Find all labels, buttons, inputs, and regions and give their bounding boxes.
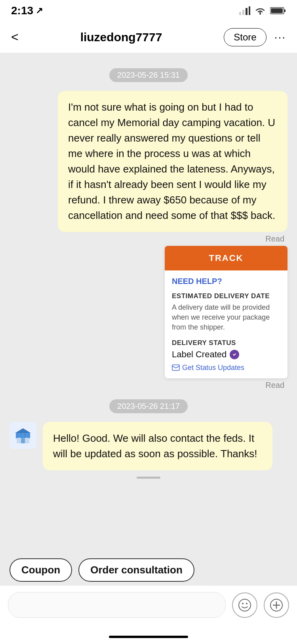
svg-rect-0 [239, 12, 241, 15]
estimated-delivery-label: ESTIMATED DELIVERY DATE [172, 292, 280, 300]
svg-rect-13 [26, 433, 28, 439]
input-bar [0, 586, 297, 630]
status-icons [239, 6, 286, 15]
svg-point-4 [259, 13, 261, 15]
get-status-row[interactable]: Get Status Updates [172, 364, 280, 372]
status-bar: 2:13 ↗ [0, 0, 297, 21]
store-icon [13, 426, 32, 445]
location-icon: ↗ [36, 6, 43, 16]
nav-right: Store ··· [224, 28, 286, 46]
store-message-row: Hello! Good. We will also contact the fe… [0, 422, 297, 470]
label-created-text: Label Created [172, 349, 227, 360]
track-button[interactable]: TRACK [165, 246, 287, 270]
scroll-indicator [137, 477, 160, 479]
back-button[interactable]: < [11, 30, 19, 44]
battery-icon [270, 6, 286, 15]
plus-icon [270, 598, 283, 612]
user-message-row: I'm not sure what is going on but I had … [0, 91, 297, 243]
svg-rect-1 [242, 10, 244, 15]
svg-rect-15 [21, 438, 25, 443]
nav-bar: < liuzedong7777 Store ··· [0, 21, 297, 53]
time-display: 2:13 [11, 4, 33, 17]
wifi-icon [254, 6, 266, 15]
tracking-card: TRACK NEED HELP? ESTIMATED DELIVERY DATE… [165, 246, 287, 378]
tracking-card-row: TRACK NEED HELP? ESTIMATED DELIVERY DATE… [0, 246, 297, 390]
status-time: 2:13 ↗ [11, 4, 43, 17]
home-bar [109, 636, 188, 638]
coupon-button[interactable]: Coupon [10, 558, 72, 582]
emoji-icon [238, 598, 251, 612]
track-body: NEED HELP? ESTIMATED DELIVERY DATE A del… [165, 270, 287, 378]
signal-icon [239, 6, 250, 15]
read-label-2: Read [265, 381, 284, 390]
chat-area: 2023-05-26 15:31 I'm not sure what is go… [0, 53, 297, 552]
quick-reply-area: Coupon Order consultation [0, 552, 297, 586]
get-status-updates-link[interactable]: Get Status Updates [182, 364, 244, 372]
checkmark-icon [232, 352, 237, 357]
timestamp-1: 2023-05-26 15:31 [109, 68, 188, 82]
store-button[interactable]: Store [224, 28, 266, 46]
order-consultation-button[interactable]: Order consultation [78, 558, 194, 582]
svg-rect-7 [271, 8, 283, 13]
add-button[interactable] [264, 592, 289, 618]
svg-point-18 [242, 603, 244, 604]
svg-rect-2 [246, 8, 248, 15]
more-button[interactable]: ··· [274, 31, 286, 44]
page-title: liuzedong7777 [80, 31, 162, 44]
delivery-status-row: Label Created [172, 349, 280, 360]
store-avatar [10, 422, 36, 449]
home-indicator [0, 630, 297, 644]
svg-rect-9 [172, 365, 179, 370]
email-icon [172, 364, 180, 371]
svg-point-19 [246, 603, 248, 604]
svg-marker-16 [15, 428, 31, 433]
emoji-button[interactable] [232, 592, 257, 618]
estimated-delivery-text: A delivery date will be provided when we… [172, 303, 280, 333]
delivery-status-label: DELIVERY STATUS [172, 339, 280, 347]
user-message-bubble: I'm not sure what is going on but I had … [58, 91, 287, 232]
need-help-link[interactable]: NEED HELP? [172, 277, 280, 286]
svg-rect-11 [18, 433, 20, 439]
svg-point-17 [239, 599, 251, 611]
svg-rect-3 [249, 6, 250, 15]
store-message-bubble: Hello! Good. We will also contact the fe… [43, 422, 272, 470]
timestamp-2: 2023-05-26 21:17 [109, 399, 188, 413]
svg-rect-12 [22, 433, 24, 439]
svg-rect-6 [284, 10, 286, 12]
message-input[interactable] [8, 592, 226, 618]
purple-status-icon [230, 350, 239, 359]
read-label-1: Read [265, 234, 284, 243]
